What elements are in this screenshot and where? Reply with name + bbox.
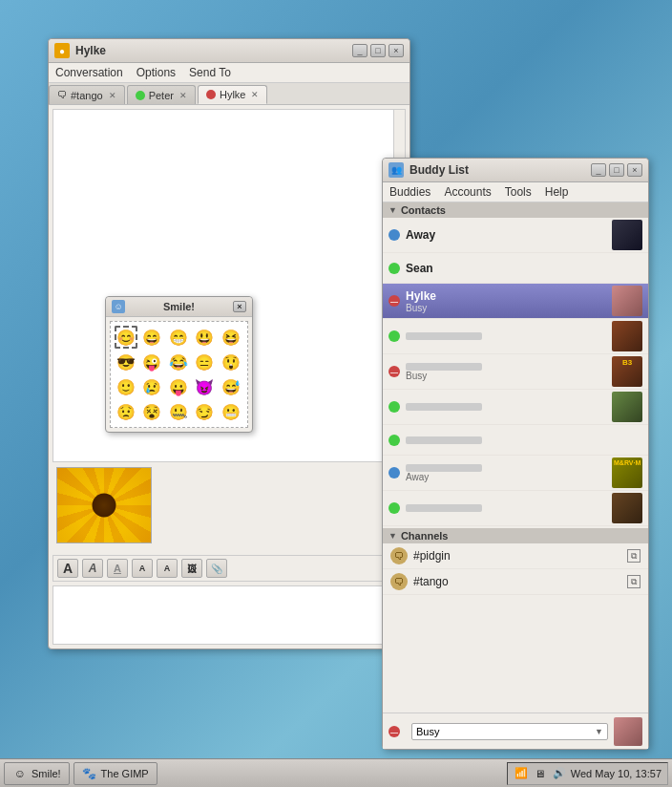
gimp-taskbar-icon: 🐾 [82,766,97,781]
buddy-info-away2: Away [406,464,608,482]
emoji-4[interactable]: 😆 [220,326,242,349]
toolbar-btn-b[interactable]: 🖼 [181,559,202,578]
status-bar-dot [388,726,400,737]
emoji-2[interactable]: 😁 [167,326,190,349]
buddy-item-sean[interactable]: Sean [383,253,648,284]
emoji-1[interactable]: 😄 [140,326,163,349]
message-input[interactable] [52,585,406,645]
channel-tango-icon: 🗨 [390,573,408,590]
buddy-menu-tools[interactable]: Tools [502,184,535,200]
conv-close-button[interactable]: × [388,44,404,57]
conv-menu-options[interactable]: Options [134,65,178,80]
emoji-10[interactable]: 🙂 [115,375,137,398]
buddy-avatar-away2: M&RV·M [612,457,642,488]
tab-tango[interactable]: 🗨 #tango ✕ [49,85,125,104]
emoji-19[interactable]: 😬 [220,400,242,423]
flower-photo [56,467,152,543]
emoji-8[interactable]: 😑 [193,351,216,373]
buddy-item-away2[interactable]: Away M&RV·M [383,456,648,491]
channels-section-label: Channels [401,530,449,542]
buddy-status-dot-hylke [388,295,400,307]
toolbar-font-small1[interactable]: A [132,559,153,578]
buddy-info-away1: Away [406,228,608,242]
contacts-section-header[interactable]: ▼ Contacts [383,202,648,218]
buddy-titlebar-left: 👥 Buddy List [388,162,469,178]
tab-tango-close[interactable]: ✕ [109,91,116,100]
tab-peter-dot [136,91,145,100]
buddy-item-hylke[interactable]: Hylke Busy [383,284,648,319]
channel-pidgin-external-icon[interactable]: ⧉ [627,549,640,563]
buddy-status-dot-busy [388,366,400,377]
buddy-item-busy[interactable]: Busy B3 [383,354,648,390]
buddy-name-b3 [406,403,482,411]
tab-peter[interactable]: Peter ✕ [127,85,196,104]
buddy-name-sean: Sean [406,262,642,275]
conv-minimize-button[interactable]: _ [352,44,368,57]
buddy-item-b3[interactable] [383,390,648,425]
buddy-avatar-b1 [612,321,642,351]
emoji-3[interactable]: 😃 [193,326,216,349]
buddy-item-b1[interactable] [383,319,648,354]
tab-peter-close[interactable]: ✕ [179,91,187,100]
toolbar-btn-insert[interactable]: 📎 [206,559,227,578]
buddy-item-b4[interactable] [383,425,648,456]
conv-menu-sendto[interactable]: Send To [186,65,234,80]
buddy-close-button[interactable]: × [627,163,642,177]
emoji-12[interactable]: 😛 [167,375,190,398]
smile-taskbar-icon: ☺ [12,766,28,781]
tab-hylke-close[interactable]: ✕ [251,90,259,99]
toolbar-font-small2[interactable]: A [157,559,178,578]
channel-tango-external-icon[interactable]: ⧉ [627,575,640,588]
emoji-6[interactable]: 😜 [140,351,163,373]
status-select-dropdown[interactable]: Busy ▼ [411,723,608,740]
emoji-13[interactable]: 😈 [193,375,216,398]
emoji-14[interactable]: 😅 [220,375,242,398]
toolbar-font-a3[interactable]: A [107,559,128,578]
buddy-menu-help[interactable]: Help [542,184,572,200]
buddy-status-bar: Busy ▼ [383,713,648,749]
smile-close-button[interactable]: × [233,301,246,312]
emoji-9[interactable]: 😲 [220,351,242,373]
flower-center [93,494,116,518]
buddy-name-busy [406,363,482,371]
buddy-menu-buddies[interactable]: Buddies [387,184,433,200]
emoji-18[interactable]: 😏 [193,400,216,423]
emoji-17[interactable]: 🤐 [167,400,190,423]
channel-item-pidgin[interactable]: 🗨 #pidgin ⧉ [383,543,648,569]
tab-hylke[interactable]: Hylke ✕ [198,85,268,104]
tab-hylke-label: Hylke [220,89,246,100]
taskbar-smile[interactable]: ☺ Smile! [4,762,70,785]
tray-clock: Wed May 10, 13:57 [571,768,662,779]
status-select-arrow-icon: ▼ [595,727,603,736]
toolbar-font-a2[interactable]: A [82,559,103,578]
buddy-info-b4 [406,436,642,444]
emoji-11[interactable]: 😢 [140,375,163,398]
buddy-info-busy: Busy [406,363,608,381]
conv-maximize-button[interactable]: □ [370,44,386,57]
tab-tango-icon: 🗨 [57,90,67,100]
emoji-5[interactable]: 😎 [115,351,137,373]
conv-menu-conversation[interactable]: Conversation [52,65,126,80]
smile-titlebar: ☺ Smile! × [106,297,252,317]
buddy-maximize-button[interactable]: □ [609,163,624,177]
buddy-menu-accounts[interactable]: Accounts [441,184,494,200]
buddy-item-away1[interactable]: Away [383,218,648,253]
buddy-titlebar: 👥 Buddy List _ □ × [383,159,648,182]
emoji-16[interactable]: 😵 [140,400,163,423]
text-toolbar: A A A A A 🖼 📎 [52,555,406,582]
channel-item-tango[interactable]: 🗨 #tango ⧉ [383,569,648,595]
emoji-15[interactable]: 😟 [115,400,137,423]
emoji-7[interactable]: 😂 [167,351,190,373]
emoji-0[interactable]: 😊 [115,326,137,349]
taskbar-gimp[interactable]: 🐾 The GIMP [74,762,158,785]
channels-section-header[interactable]: ▼ Channels [383,528,648,543]
toolbar-font-a1[interactable]: A [57,559,78,578]
buddy-item-b5[interactable] [383,491,648,526]
buddy-avatar-away1 [612,220,642,250]
buddy-status-dot-b5 [388,502,400,514]
tab-tango-label: #tango [71,90,103,101]
buddy-minimize-button[interactable]: _ [591,163,606,177]
buddy-list-window: 👥 Buddy List _ □ × Buddies Accounts Tool… [382,158,649,750]
buddy-info-b1 [406,332,608,340]
buddy-window-title: Buddy List [410,163,469,177]
